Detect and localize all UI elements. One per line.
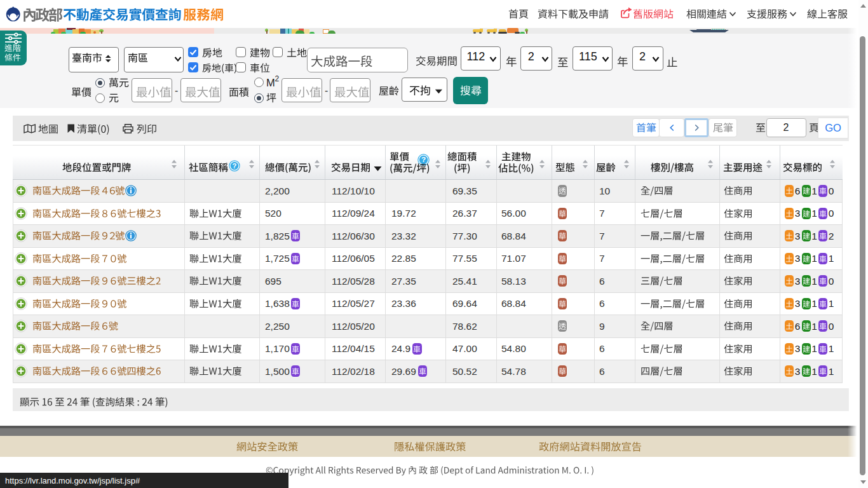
svg-text:?: ?: [233, 162, 237, 170]
